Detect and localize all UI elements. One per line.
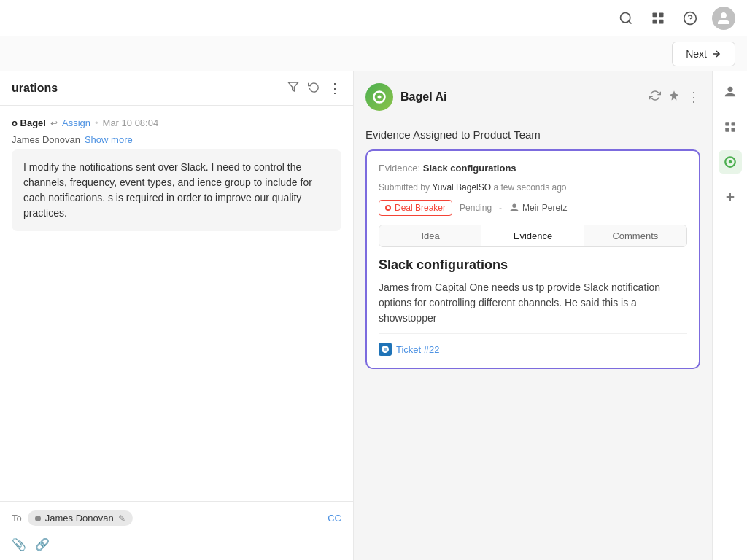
- svg-rect-12: [725, 128, 729, 132]
- assignee-name: Meir Peretz: [522, 203, 567, 213]
- left-panel-title: urations: [12, 82, 58, 95]
- message-text: I modify the notifications sent over Sla…: [23, 161, 312, 219]
- recipient-dot: [35, 516, 41, 521]
- recipient-chip[interactable]: James Donovan ✎: [28, 510, 133, 526]
- tab-idea[interactable]: Idea: [379, 225, 481, 246]
- tab-evidence[interactable]: Evidence: [481, 225, 584, 246]
- to-label: To: [12, 513, 22, 524]
- submitted-by-label: Submitted by: [379, 182, 432, 192]
- svg-rect-3: [653, 19, 657, 23]
- message-bubble: I modify the notifications sent over Sla…: [12, 149, 341, 231]
- message-recipient-row: James Donovan Show more: [12, 134, 341, 145]
- ticket-label: Ticket #22: [396, 344, 440, 355]
- svg-rect-1: [653, 12, 657, 17]
- reply-icon: ↩: [50, 118, 58, 128]
- pending-tag: Pending: [460, 203, 492, 213]
- attachment-icon[interactable]: 📎: [12, 537, 26, 551]
- evidence-tabs: Idea Evidence Comments: [379, 225, 687, 247]
- more-icon[interactable]: ⋮: [328, 80, 341, 96]
- zendesk-icon: [379, 343, 392, 356]
- right-panel: Bagel Ai ⋮ Evidence Assigned to Product …: [354, 71, 712, 560]
- svg-rect-13: [731, 128, 735, 132]
- compose-toolbar: 📎 🔗: [12, 532, 341, 551]
- svg-rect-2: [659, 12, 664, 17]
- next-bar: Next: [0, 36, 747, 71]
- evidence-body: James from Capital One needs us tp provi…: [379, 280, 687, 334]
- top-bar: [0, 0, 747, 36]
- to-row: To James Donovan ✎ CC: [12, 510, 341, 526]
- ticket-link[interactable]: Ticket #22: [379, 343, 687, 356]
- bagel-actions: ⋮: [649, 89, 700, 105]
- sender-name: o Bagel: [12, 117, 46, 128]
- evidence-main-title: Slack configurations: [379, 257, 687, 273]
- bagel-name: Bagel Ai: [400, 90, 446, 104]
- edit-recipient-icon[interactable]: ✎: [118, 513, 125, 524]
- svg-point-9: [378, 96, 382, 99]
- grid-icon[interactable]: [648, 8, 668, 28]
- evidence-label-text: Evidence:: [379, 163, 420, 174]
- bagel-avatar: [365, 83, 393, 111]
- submitter-name: Yuval BagelSO: [432, 182, 493, 192]
- recipient-name: James Donovan: [12, 134, 80, 145]
- filter-icon[interactable]: [287, 81, 299, 96]
- search-icon[interactable]: [616, 8, 636, 28]
- next-button-label: Next: [686, 48, 707, 60]
- svg-rect-10: [725, 122, 729, 125]
- svg-rect-11: [731, 122, 735, 125]
- user-avatar[interactable]: [712, 7, 735, 30]
- svg-rect-4: [659, 19, 664, 23]
- help-icon[interactable]: [680, 8, 700, 28]
- sidebar-grid-icon[interactable]: [719, 115, 742, 139]
- evidence-meta: Submitted by Yuval BagelSO a few seconds…: [379, 182, 687, 192]
- evidence-tags: Deal Breaker Pending - Meir Peretz: [379, 200, 687, 216]
- evidence-label: Evidence: Slack configurations: [379, 163, 687, 174]
- evidence-body-text: James from Capital One needs us tp provi…: [379, 281, 660, 324]
- cc-button[interactable]: CC: [328, 513, 341, 524]
- svg-marker-7: [288, 82, 298, 91]
- left-panel-header: urations ⋮: [0, 71, 353, 106]
- left-panel: urations ⋮ o Bagel ↩ Assign • Mar 10 08:…: [0, 71, 354, 560]
- evidence-name: Slack configurations: [423, 163, 516, 174]
- deal-breaker-badge[interactable]: Deal Breaker: [379, 200, 452, 216]
- header-icons: ⋮: [287, 80, 341, 96]
- message-meta: o Bagel ↩ Assign • Mar 10 08:04: [12, 117, 341, 128]
- separator: -: [499, 203, 502, 213]
- right-sidebar: [712, 71, 747, 560]
- deal-breaker-dot: [385, 205, 391, 211]
- bagel-header: Bagel Ai ⋮: [365, 83, 700, 120]
- recipient-chip-name: James Donovan: [45, 513, 114, 524]
- compose-area: To James Donovan ✎ CC 📎 🔗: [0, 501, 353, 560]
- svg-point-0: [621, 12, 630, 22]
- assignee: Meir Peretz: [509, 203, 567, 213]
- deal-breaker-label: Deal Breaker: [395, 203, 446, 213]
- evidence-assigned-title: Evidence Assigned to Product Team: [365, 128, 700, 141]
- tab-comments[interactable]: Comments: [584, 225, 686, 246]
- show-more-link[interactable]: Show more: [85, 134, 133, 145]
- history-icon[interactable]: [308, 81, 320, 96]
- message-date: Mar 10 08:04: [103, 117, 159, 128]
- evidence-card: Evidence: Slack configurations Submitted…: [365, 149, 700, 369]
- assign-link[interactable]: Assign: [62, 117, 90, 128]
- sidebar-circle-icon[interactable]: [719, 150, 742, 174]
- next-button[interactable]: Next: [672, 42, 735, 66]
- svg-point-15: [728, 160, 732, 164]
- sidebar-person-icon[interactable]: [719, 80, 742, 104]
- refresh-icon[interactable]: [649, 90, 661, 104]
- message-area: o Bagel ↩ Assign • Mar 10 08:04 James Do…: [0, 106, 353, 501]
- time-ago: a few seconds ago: [493, 182, 566, 192]
- more-options-icon[interactable]: ⋮: [687, 89, 700, 105]
- sidebar-plus-icon[interactable]: [719, 185, 742, 209]
- link-icon[interactable]: 🔗: [35, 537, 50, 551]
- pin-icon[interactable]: [668, 90, 680, 104]
